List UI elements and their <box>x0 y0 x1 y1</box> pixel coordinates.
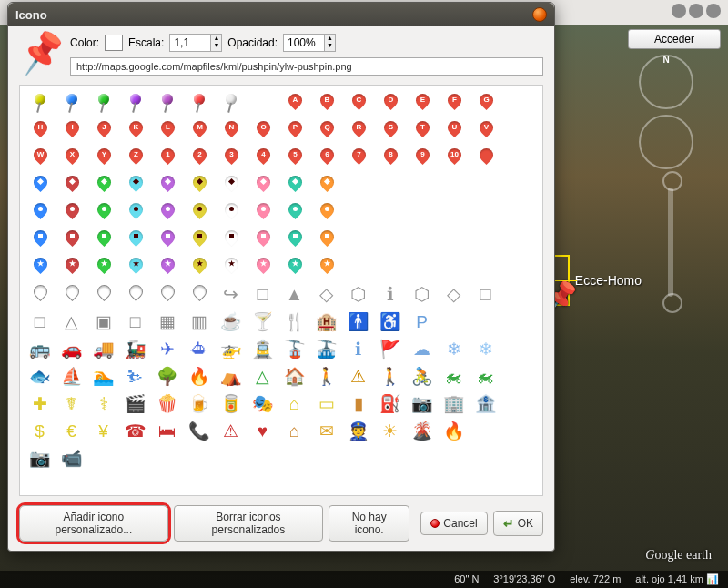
poi-icon[interactable]: ☀ <box>376 419 404 442</box>
poi-icon[interactable]: 🌳 <box>153 364 181 388</box>
marker-square-icon[interactable] <box>280 228 308 251</box>
marker-letter-icon[interactable]: C <box>344 91 372 115</box>
icon-url-input[interactable] <box>70 57 543 76</box>
shape-icon[interactable]: ◇ <box>312 282 340 306</box>
marker-letter-icon[interactable]: P <box>280 118 308 142</box>
opacity-input[interactable] <box>283 34 325 52</box>
cancel-button[interactable]: Cancel <box>420 512 487 535</box>
marker-letter-icon[interactable]: 10 <box>440 146 468 169</box>
pan-compass[interactable] <box>639 115 693 169</box>
zoom-slider[interactable] <box>668 188 673 297</box>
marker-letter-icon[interactable]: F <box>440 91 468 115</box>
pushpin-icon[interactable] <box>89 91 117 115</box>
poi-icon[interactable]: 🚚 <box>89 337 117 360</box>
poi-icon[interactable]: △ <box>57 309 86 333</box>
poi-icon[interactable]: ⚠ <box>217 419 245 442</box>
poi-icon[interactable]: ⌂ <box>280 391 308 415</box>
poi-icon[interactable]: ✉ <box>312 419 340 442</box>
marker-letter-icon[interactable]: J <box>89 118 117 142</box>
marker-square-icon[interactable] <box>185 228 213 251</box>
marker-letter-icon[interactable]: V <box>471 118 500 142</box>
shape-icon[interactable]: ↪ <box>217 282 245 306</box>
marker-square-icon[interactable] <box>89 228 117 251</box>
marker-letter-icon[interactable]: 8 <box>376 146 404 169</box>
poi-icon[interactable]: 🏍 <box>471 364 500 388</box>
marker-blank-icon[interactable] <box>471 146 500 169</box>
poi-icon[interactable]: 🚡 <box>280 337 308 360</box>
marker-star-icon[interactable] <box>153 255 181 279</box>
scale-down-icon[interactable]: ▼ <box>211 42 221 49</box>
marker-letter-icon[interactable]: 5 <box>280 146 308 169</box>
marker-letter-icon[interactable]: W <box>25 146 54 169</box>
marker-dot-icon[interactable] <box>25 200 54 224</box>
pushpin-icon[interactable] <box>25 91 54 115</box>
marker-diamond-icon[interactable] <box>153 173 181 197</box>
poi-icon[interactable]: ⚕ <box>89 391 117 415</box>
opacity-down-icon[interactable]: ▼ <box>325 42 335 49</box>
marker-letter-icon[interactable]: D <box>376 91 404 115</box>
poi-icon[interactable]: ¥ <box>89 419 117 442</box>
poi-icon[interactable]: ⛵ <box>57 364 86 388</box>
marker-dot-icon[interactable] <box>89 200 117 224</box>
marker-diamond-icon[interactable] <box>312 173 340 197</box>
marker-diamond-icon[interactable] <box>217 173 245 197</box>
marker-outline-icon[interactable] <box>57 282 86 306</box>
poi-icon[interactable]: 🚶 <box>312 364 340 388</box>
marker-letter-icon[interactable]: O <box>248 118 277 142</box>
add-custom-icon-button[interactable]: Añadir icono personalizado... <box>19 505 168 542</box>
shape-icon[interactable]: □ <box>471 282 500 306</box>
close-parent-icon[interactable] <box>706 4 721 18</box>
marker-letter-icon[interactable]: T <box>408 118 436 142</box>
poi-icon[interactable]: □ <box>25 309 54 333</box>
marker-letter-icon[interactable]: U <box>440 118 468 142</box>
marker-diamond-icon[interactable] <box>89 173 117 197</box>
marker-square-icon[interactable] <box>248 228 277 251</box>
marker-diamond-icon[interactable] <box>185 173 213 197</box>
poi-icon[interactable]: ✈ <box>153 337 181 360</box>
marker-letter-icon[interactable]: B <box>312 91 340 115</box>
poi-icon[interactable]: 🎭 <box>248 391 277 415</box>
poi-icon[interactable]: 🍸 <box>248 309 277 333</box>
poi-icon[interactable]: ❄ <box>471 337 500 360</box>
pushpin-icon[interactable] <box>185 91 213 115</box>
poi-icon[interactable]: ☕ <box>217 309 245 333</box>
marker-letter-icon[interactable]: 2 <box>185 146 213 169</box>
poi-icon[interactable]: 🎬 <box>121 391 149 415</box>
poi-icon[interactable]: ▮ <box>344 391 372 415</box>
look-compass[interactable]: N <box>639 55 693 109</box>
marker-letter-icon[interactable]: Y <box>89 146 117 169</box>
marker-square-icon[interactable] <box>57 228 86 251</box>
marker-outline-icon[interactable] <box>25 282 54 306</box>
poi-icon[interactable]: 📷 <box>408 391 436 415</box>
poi-icon[interactable]: ⛴ <box>185 337 213 360</box>
marker-star-icon[interactable] <box>248 255 277 279</box>
poi-icon[interactable]: 🔥 <box>185 364 213 388</box>
marker-dot-icon[interactable] <box>57 200 86 224</box>
poi-icon[interactable]: 🍺 <box>185 391 213 415</box>
marker-star-icon[interactable] <box>121 255 149 279</box>
no-icon-button[interactable]: No hay icono. <box>329 505 410 542</box>
marker-outline-icon[interactable] <box>89 282 117 306</box>
marker-letter-icon[interactable]: 9 <box>408 146 436 169</box>
pushpin-icon[interactable] <box>153 91 181 115</box>
marker-letter-icon[interactable]: H <box>25 118 54 142</box>
navigation-controls[interactable]: N <box>639 55 703 237</box>
pushpin-icon[interactable] <box>57 91 86 115</box>
shape-icon[interactable]: ℹ <box>376 282 404 306</box>
marker-letter-icon[interactable]: 3 <box>217 146 245 169</box>
marker-letter-icon[interactable]: S <box>376 118 404 142</box>
marker-square-icon[interactable] <box>121 228 149 251</box>
marker-outline-icon[interactable] <box>153 282 181 306</box>
marker-star-icon[interactable] <box>217 255 245 279</box>
marker-star-icon[interactable] <box>89 255 117 279</box>
poi-icon[interactable]: ♿ <box>376 309 404 333</box>
marker-letter-icon[interactable]: N <box>217 118 245 142</box>
marker-star-icon[interactable] <box>185 255 213 279</box>
poi-icon[interactable]: 🏢 <box>440 391 468 415</box>
poi-icon[interactable]: ▦ <box>153 309 181 333</box>
marker-square-icon[interactable] <box>217 228 245 251</box>
poi-icon[interactable]: ⛺ <box>217 364 245 388</box>
marker-square-icon[interactable] <box>153 228 181 251</box>
poi-icon[interactable]: ☎ <box>121 419 149 442</box>
minimize-icon[interactable] <box>672 4 686 18</box>
